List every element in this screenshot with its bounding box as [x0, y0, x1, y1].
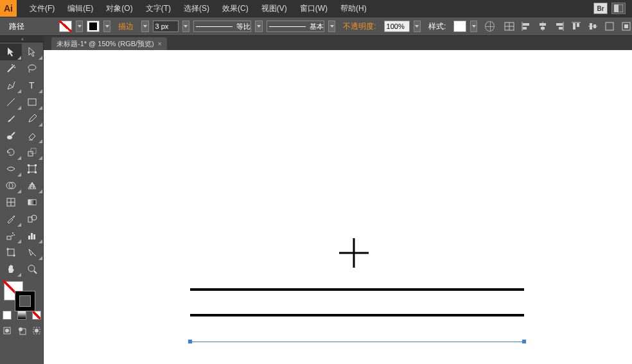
color-mode-none[interactable]: [32, 311, 41, 320]
brush-dropdown[interactable]: [328, 21, 335, 32]
scale-tool[interactable]: [22, 144, 44, 160]
svg-point-67: [19, 327, 22, 331]
rotate-tool[interactable]: [0, 144, 22, 160]
stroke-weight-stepper[interactable]: [141, 21, 148, 32]
document-tab-bar: 未标题-1* @ 150% (RGB/预览) ×: [44, 36, 632, 50]
blend-tool[interactable]: [22, 211, 44, 227]
magic-wand-tool[interactable]: [0, 60, 22, 77]
menu-effect[interactable]: 效果(C): [216, 0, 255, 17]
svg-point-25: [12, 64, 13, 65]
color-mode-solid[interactable]: [3, 311, 12, 320]
menu-window[interactable]: 窗口(W): [294, 0, 334, 17]
draw-inside-icon[interactable]: [29, 324, 44, 338]
arrange-documents-button[interactable]: [611, 3, 626, 14]
hand-tool[interactable]: [0, 261, 22, 277]
svg-rect-53: [28, 236, 30, 239]
eraser-tool[interactable]: [22, 127, 44, 144]
draw-normal-icon[interactable]: [0, 324, 15, 338]
svg-rect-40: [35, 171, 37, 173]
graphic-style-swatch[interactable]: [453, 21, 466, 32]
stroke-weight-input[interactable]: 3 px: [153, 21, 179, 32]
svg-rect-56: [8, 249, 14, 256]
color-mode-gradient[interactable]: [17, 311, 26, 320]
svg-point-65: [5, 329, 9, 333]
shape-builder-tool[interactable]: [0, 177, 22, 194]
stroke-swatch-dropdown[interactable]: [103, 21, 110, 32]
opacity-input[interactable]: 100%: [384, 21, 410, 32]
fill-swatch-dropdown[interactable]: [76, 21, 83, 32]
blob-brush-tool[interactable]: [0, 127, 22, 144]
menu-view[interactable]: 视图(V): [255, 0, 294, 17]
line-segment-tool[interactable]: [0, 94, 22, 110]
stroke-weight-dropdown[interactable]: [182, 21, 189, 32]
perspective-grid-tool[interactable]: [22, 177, 44, 194]
pencil-tool[interactable]: [22, 110, 44, 127]
svg-line-32: [12, 132, 15, 135]
menu-file[interactable]: 文件(F): [23, 0, 61, 17]
eyedropper-tool[interactable]: [0, 211, 22, 227]
canvas[interactable]: [44, 50, 632, 364]
svg-rect-13: [559, 27, 563, 30]
paintbrush-tool[interactable]: [0, 110, 22, 127]
profile-dropdown[interactable]: [255, 21, 262, 32]
draw-behind-icon[interactable]: [15, 324, 30, 338]
variable-width-profile[interactable]: 等比: [193, 21, 252, 32]
path-line-1[interactable]: [190, 288, 524, 291]
gradient-tool[interactable]: [22, 194, 44, 211]
menu-object[interactable]: 对象(O): [100, 0, 139, 17]
fill-swatch[interactable]: [59, 21, 72, 32]
isolate-icon[interactable]: [620, 21, 632, 32]
menu-bar: Ai 文件(F) 编辑(E) 对象(O) 文字(T) 选择(S) 效果(C) 视…: [0, 0, 632, 17]
opacity-dropdown[interactable]: [414, 21, 421, 32]
svg-rect-19: [593, 24, 596, 28]
transform-icon[interactable]: [604, 21, 615, 32]
type-tool[interactable]: T: [22, 77, 44, 94]
anchor-point-right[interactable]: [522, 340, 526, 343]
path-line-2[interactable]: [190, 314, 524, 316]
pen-tool[interactable]: [0, 77, 22, 94]
path-line-selected[interactable]: [190, 342, 524, 342]
free-transform-tool[interactable]: [22, 160, 44, 177]
svg-rect-18: [590, 23, 592, 30]
align-middle-v-icon[interactable]: [587, 21, 599, 32]
slice-tool[interactable]: [22, 244, 44, 261]
stroke-label[interactable]: 描边: [114, 21, 137, 32]
close-icon[interactable]: ×: [158, 40, 162, 48]
stroke-swatch[interactable]: [87, 21, 100, 32]
rectangle-tool[interactable]: [22, 94, 44, 110]
style-dropdown[interactable]: [470, 21, 477, 32]
svg-rect-49: [7, 236, 11, 239]
menu-help[interactable]: 帮助(H): [334, 0, 373, 17]
column-graph-tool[interactable]: [22, 227, 44, 244]
svg-rect-6: [523, 23, 529, 26]
selection-tool[interactable]: [0, 44, 22, 60]
fill-stroke-control[interactable]: [0, 280, 44, 309]
lasso-tool[interactable]: [22, 60, 44, 77]
svg-point-27: [28, 65, 36, 70]
svg-rect-38: [35, 164, 37, 166]
width-tool[interactable]: [0, 160, 22, 177]
mesh-tool[interactable]: [0, 194, 22, 211]
anchor-point-left[interactable]: [188, 340, 192, 343]
tools-collapse-grip[interactable]: [0, 36, 44, 42]
direct-selection-tool[interactable]: [22, 44, 44, 60]
align-button-1[interactable]: [504, 21, 515, 32]
menu-edit[interactable]: 编辑(E): [61, 0, 100, 17]
recolor-artwork-icon[interactable]: [485, 21, 495, 31]
zoom-tool[interactable]: [22, 261, 44, 277]
align-left-icon[interactable]: [520, 21, 532, 32]
align-top-icon[interactable]: [570, 21, 582, 32]
menu-type[interactable]: 文字(T): [139, 0, 177, 17]
stroke-indicator[interactable]: [15, 291, 35, 311]
opacity-label[interactable]: 不透明度:: [339, 21, 380, 32]
align-center-h-icon[interactable]: [537, 21, 549, 32]
svg-rect-1: [614, 4, 619, 12]
bridge-button[interactable]: Br: [593, 3, 608, 14]
align-right-icon[interactable]: [554, 21, 565, 32]
options-bar: 路径 描边 3 px 等比 基本 不透明度: 100% 样式:: [0, 17, 632, 36]
menu-select[interactable]: 选择(S): [177, 0, 216, 17]
document-tab[interactable]: 未标题-1* @ 150% (RGB/预览) ×: [51, 37, 167, 50]
brush-definition[interactable]: 基本: [267, 21, 325, 32]
symbol-sprayer-tool[interactable]: [0, 227, 22, 244]
artboard-tool[interactable]: [0, 244, 22, 261]
